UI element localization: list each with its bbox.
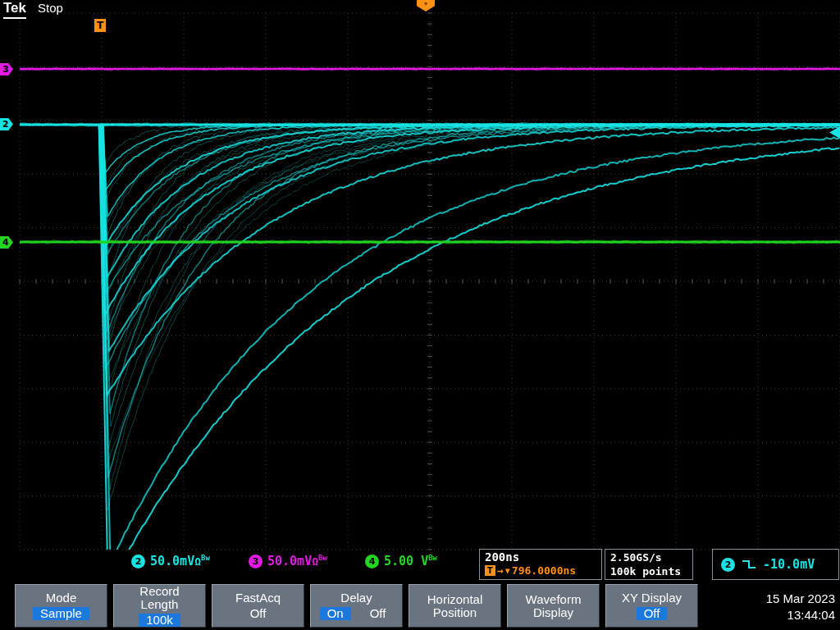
trigger-readout: 2 -10.0mV [712, 549, 839, 580]
timebase-scale: 200ns [485, 550, 596, 564]
ch3-ground-marker[interactable]: 3 [0, 63, 13, 75]
ch2-badge: 2 [131, 555, 145, 568]
menu-delay-off-value: Off [363, 607, 394, 620]
softkey-menu: Mode Sample Record Length 100k FastAcq O… [15, 584, 698, 628]
menu-mode-button[interactable]: Mode Sample [15, 584, 107, 628]
ch3-coupling: Ω [312, 555, 318, 568]
menu-delay-on-value: On [320, 607, 351, 620]
menu-record-length-label: Record Length [114, 585, 205, 611]
trigger-level: -10.0mV [763, 557, 815, 572]
trigger-t-icon: T [485, 565, 495, 576]
ch2-coupling: Ω [194, 555, 201, 568]
ch2-bandwidth-icon: Bw [201, 554, 210, 562]
menu-mode-value: Sample [33, 607, 89, 620]
ch4-readout[interactable]: 4 5.00 VBw [365, 554, 437, 568]
trigger-position-arrow-icon: ▼ [423, 0, 429, 11]
ch3-badge: 3 [249, 555, 262, 568]
menu-horizontal-position-label: Horizontal Position [409, 593, 500, 619]
menu-fastacq-button[interactable]: FastAcq Off [212, 584, 304, 628]
timebase-readout: 200ns T→▼796.0000ns [479, 549, 602, 580]
menu-delay-label: Delay [332, 591, 380, 605]
readout-bar: 2 50.0mVΩBw 3 50.0mVΩBw 4 5.00 VBw 200ns… [0, 548, 840, 582]
ch4-bandwidth-icon: Bw [428, 554, 437, 562]
ch2-scale: 50.0mV [150, 554, 194, 568]
ch3-readout[interactable]: 3 50.0mVΩBw [249, 554, 327, 568]
delay-marker-icon: ▼ [505, 566, 510, 575]
record-points: 100k points [610, 564, 687, 578]
sample-rate: 2.50GS/s [610, 550, 687, 564]
menu-fastacq-label: FastAcq [227, 591, 289, 605]
trigger-point-flag: T [94, 19, 106, 32]
menu-xy-display-label: XY Display [614, 591, 690, 605]
ch4-ground-marker[interactable]: 4 [0, 236, 13, 249]
menu-record-length-button[interactable]: Record Length 100k [113, 584, 206, 628]
top-status-bar: Tek Stop [3, 0, 63, 19]
datetime-display: 15 Mar 2023 13:44:04 [766, 591, 835, 623]
time-text: 13:44:04 [766, 607, 835, 623]
delay-value: 796.0000ns [512, 564, 576, 577]
ch2-readout[interactable]: 2 50.0mVΩBw [131, 554, 210, 568]
menu-mode-label: Mode [38, 591, 85, 605]
ch2-ground-marker[interactable]: 2 [0, 118, 13, 130]
oscilloscope-screen: Tek Stop ▼ T 3 2 4 2 50.0mVΩBw 3 50.0mVΩ… [0, 0, 840, 630]
menu-delay-button[interactable]: Delay On Off [310, 584, 403, 628]
ch3-bandwidth-icon: Bw [318, 554, 327, 562]
delay-arrow-icon: → [497, 564, 504, 577]
trigger-level-arrow-icon[interactable] [829, 126, 840, 139]
acquisition-status: Stop [38, 1, 63, 15]
waveform-canvas [0, 0, 840, 630]
acquisition-readout: 2.50GS/s 100k points [605, 549, 693, 580]
ch3-scale: 50.0mV [267, 554, 312, 568]
graticule-grid [0, 0, 840, 630]
trigger-source-badge: 2 [721, 558, 735, 572]
ch4-scale: 5.00 V [384, 554, 428, 568]
tek-logo: Tek [3, 0, 26, 19]
menu-fastacq-value: Off [243, 607, 274, 620]
ch4-badge: 4 [365, 555, 379, 568]
menu-xy-display-value: Off [637, 607, 668, 620]
menu-waveform-display-label: Waveform Display [508, 593, 599, 619]
menu-record-length-value: 100k [139, 614, 180, 627]
delay-readout: T→▼796.0000ns [485, 564, 596, 577]
menu-horizontal-position-button[interactable]: Horizontal Position [409, 584, 501, 628]
trigger-position-marker[interactable]: ▼ [417, 0, 435, 11]
date-text: 15 Mar 2023 [766, 591, 835, 607]
falling-edge-icon [742, 559, 756, 570]
menu-xy-display-button[interactable]: XY Display Off [605, 584, 698, 628]
menu-waveform-display-button[interactable]: Waveform Display [507, 584, 600, 628]
